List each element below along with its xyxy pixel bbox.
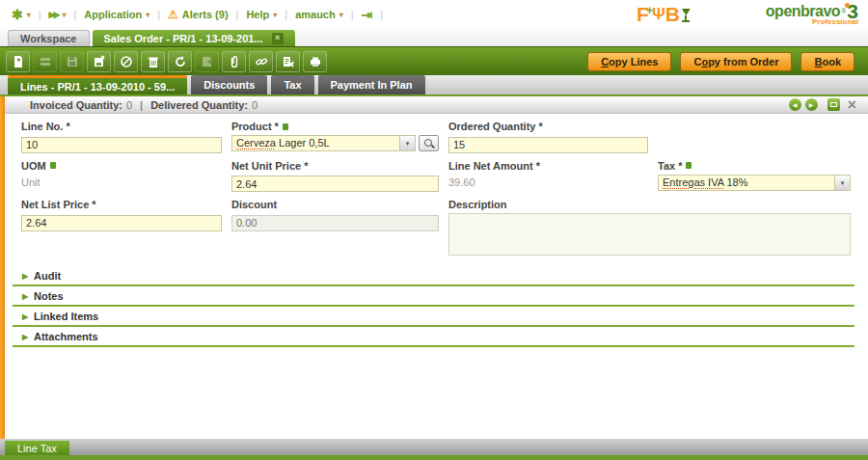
quick-launch-menu[interactable]: ✱ ▾ xyxy=(12,7,31,22)
tab-tax[interactable]: Tax xyxy=(271,75,313,95)
product-label: Product * xyxy=(231,121,279,132)
net-unit-price-input[interactable] xyxy=(231,176,439,192)
chevron-down-icon: ▾ xyxy=(146,11,149,19)
alerts-menu[interactable]: ⚠ Alerts (9) xyxy=(168,8,228,21)
help-menu[interactable]: Help ▾ xyxy=(246,9,277,20)
field-net-list-price: Net List Price * xyxy=(21,199,222,259)
copy-from-order-button[interactable]: Copy from Order xyxy=(680,52,792,71)
fast-forward-icon: ▶▶ xyxy=(49,10,59,19)
link-icon xyxy=(255,55,268,68)
logout-icon: ⇥ xyxy=(362,7,373,22)
save-button[interactable] xyxy=(60,51,84,72)
previous-record-button[interactable]: ◀ xyxy=(789,98,801,111)
product-value-word: Cerveza xyxy=(236,137,276,149)
export-button[interactable] xyxy=(195,51,219,72)
section-linked-items-label: Linked Items xyxy=(34,311,98,322)
tax-value-rest: 18% xyxy=(723,176,747,188)
invoiced-quantity-value: 0 xyxy=(126,99,132,111)
refresh-button[interactable] xyxy=(168,51,192,72)
tab-payment-in-plan[interactable]: Payment In Plan xyxy=(318,75,425,95)
chevron-down-icon: ▾ xyxy=(339,11,343,19)
window-tab-bar: Workspace Sales Order - PR/1 - 13-09-201… xyxy=(0,29,868,46)
logout-button[interactable]: ⇥ xyxy=(362,7,373,22)
discount-input xyxy=(231,215,439,231)
field-ordered-quantity: Ordered Quantity * xyxy=(448,121,648,153)
maximize-icon xyxy=(830,102,837,107)
copy-lines-button[interactable]: Copy Lines xyxy=(587,52,671,71)
section-attachments[interactable]: ▶ Attachments xyxy=(13,330,854,347)
line-no-input[interactable] xyxy=(21,137,222,153)
tab-line-tax-label: Line Tax xyxy=(17,443,57,454)
star-icon: ✱ xyxy=(12,7,23,22)
cancel-button[interactable] xyxy=(114,51,138,72)
menu-separator: | xyxy=(236,9,239,20)
field-link-icon[interactable] xyxy=(686,162,692,169)
tab-lines[interactable]: Lines - PR/1 - 13-09-2010 - 59... xyxy=(8,75,187,95)
net-list-price-input[interactable] xyxy=(21,215,222,231)
new-document-icon xyxy=(12,55,25,68)
attachment-button[interactable] xyxy=(222,51,246,72)
print-button[interactable] xyxy=(303,51,327,72)
link-button[interactable] xyxy=(249,51,273,72)
user-menu[interactable]: amauch ▾ xyxy=(295,9,343,20)
tab-sales-order-label: Sales Order - PR/1 - 13-09-201... xyxy=(104,33,263,44)
close-form-button[interactable]: × xyxy=(848,98,856,111)
tab-line-tax[interactable]: Line Tax xyxy=(5,441,69,455)
tab-discounts[interactable]: Discounts xyxy=(191,75,267,95)
openbravo-logo: openbravo ® 3 Professional xyxy=(766,4,858,26)
discount-label: Discount xyxy=(231,199,439,210)
record-tab-bar: Lines - PR/1 - 13-09-2010 - 59... Discou… xyxy=(0,75,868,96)
tax-label: Tax * xyxy=(658,160,682,172)
expand-arrow-icon: ▶ xyxy=(22,312,28,321)
chevron-down-icon: ▾ xyxy=(62,11,66,19)
tab-tax-label: Tax xyxy=(284,79,301,91)
tab-sales-order[interactable]: Sales Order - PR/1 - 13-09-201... × xyxy=(93,30,295,46)
new-row-button[interactable] xyxy=(33,51,57,72)
book-button[interactable]: Book xyxy=(800,52,854,71)
status-bar: Invoiced Quantity: 0 | Delivered Quantit… xyxy=(5,96,868,114)
fnb-logo-plus: + xyxy=(646,4,653,17)
toolbar-action-buttons: Copy Lines Copy from Order Book xyxy=(587,52,854,71)
maximize-button[interactable] xyxy=(827,98,840,111)
product-search-button[interactable] xyxy=(419,135,439,151)
section-linked-items[interactable]: ▶ Linked Items xyxy=(13,310,854,327)
tax-combo[interactable]: Entregas IVA 18% ▾ xyxy=(658,175,851,191)
user-menu-label: amauch xyxy=(295,9,336,20)
section-audit[interactable]: ▶ Audit xyxy=(13,269,854,286)
field-link-icon[interactable] xyxy=(283,123,288,130)
field-link-icon[interactable] xyxy=(50,162,56,169)
cancel-icon xyxy=(120,55,133,68)
record-nav-icons: ◀ ▶ × xyxy=(789,98,856,111)
new-document-button[interactable] xyxy=(6,51,30,72)
tab-lines-label: Lines - PR/1 - 13-09-2010 - 59... xyxy=(20,81,175,93)
expand-arrow-icon: ▶ xyxy=(22,292,28,301)
close-icon[interactable]: × xyxy=(272,33,284,44)
line-net-amount-value: 39.60 xyxy=(448,175,648,188)
menu-separator: | xyxy=(380,9,383,20)
menu-separator: | xyxy=(39,9,41,20)
delete-button[interactable] xyxy=(141,51,165,72)
product-combo[interactable]: Cerveza Lager 0,5L ▾ xyxy=(231,135,416,151)
section-notes[interactable]: ▶ Notes xyxy=(13,289,854,307)
description-textarea[interactable] xyxy=(448,213,851,256)
warning-icon: ⚠ xyxy=(168,8,178,21)
net-list-price-label: Net List Price * xyxy=(21,199,222,210)
tax-dropdown-button[interactable]: ▾ xyxy=(834,176,850,190)
form-grid: Line No. * Product * Cerveza Lager 0,5L … xyxy=(5,121,868,259)
product-dropdown-button[interactable]: ▾ xyxy=(399,136,415,150)
tools-button[interactable] xyxy=(276,51,300,72)
expand-arrow-icon: ▶ xyxy=(22,272,28,281)
tax-value-word: Entregas IVA xyxy=(663,176,723,188)
recent-views-menu[interactable]: ▶▶ ▾ xyxy=(49,10,67,19)
copy-lines-label-key: C xyxy=(601,56,609,68)
next-record-button[interactable]: ▶ xyxy=(805,98,818,111)
ordered-quantity-input[interactable] xyxy=(448,137,648,153)
tab-workspace[interactable]: Workspace xyxy=(8,30,90,46)
alerts-label: Alerts (9) xyxy=(182,9,229,20)
save-close-button[interactable] xyxy=(87,51,111,72)
application-menu[interactable]: Application ▾ xyxy=(84,9,149,20)
save-close-icon xyxy=(93,55,106,68)
menu-separator: | xyxy=(351,9,354,20)
empty-cell xyxy=(658,121,851,153)
refresh-icon xyxy=(174,55,187,68)
